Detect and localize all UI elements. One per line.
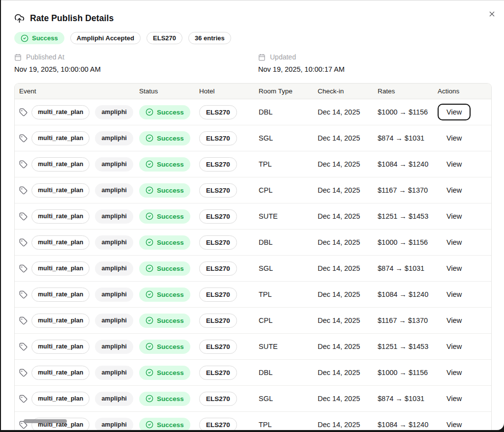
column-header-rates: Rates <box>373 87 433 95</box>
table-row: multi_rate_plan ampliphi Success ELS270 … <box>15 334 491 360</box>
rates-cell: $1167 → $1370 <box>373 186 433 194</box>
actions-cell: View <box>433 104 491 120</box>
view-button[interactable]: View <box>438 286 471 303</box>
column-header-status: Status <box>135 87 195 95</box>
event-type-pill: multi_rate_plan <box>31 183 89 198</box>
event-cell: multi_rate_plan ampliphi <box>15 183 135 198</box>
status-pill: Success <box>139 418 190 431</box>
horizontal-scrollbar-thumb[interactable] <box>24 419 67 423</box>
status-pill-label: Success <box>157 317 184 324</box>
check-in-cell: Dec 14, 2025 <box>313 421 373 429</box>
tag-icon <box>19 317 28 325</box>
view-button[interactable]: View <box>438 208 471 225</box>
actions-cell: View <box>433 260 491 277</box>
tag-icon <box>19 369 28 377</box>
event-source-pill: ampliphi <box>95 157 133 172</box>
room-type-cell: CPL <box>254 186 313 194</box>
close-icon <box>488 10 496 18</box>
view-button[interactable]: View <box>438 182 471 199</box>
view-button[interactable]: View <box>438 104 471 120</box>
view-button[interactable]: View <box>438 130 471 146</box>
published-at-label-row: Published At <box>14 53 258 61</box>
published-at-value: Nov 19, 2025, 10:00:00 AM <box>14 65 258 73</box>
rates-cell: $1000 → $1156 <box>373 238 433 246</box>
check-circle-icon <box>146 238 153 246</box>
view-button[interactable]: View <box>438 234 471 251</box>
status-pill: Success <box>139 105 190 119</box>
modal-title: Rate Publish Details <box>30 13 114 24</box>
check-circle-icon <box>146 369 153 376</box>
view-button[interactable]: View <box>438 312 471 329</box>
rates-cell: $874 → $1031 <box>373 264 433 272</box>
status-pill-label: Success <box>157 109 184 116</box>
hotel-cell: ELS270 <box>195 288 254 302</box>
check-circle-icon <box>146 317 153 324</box>
column-header-actions: Actions <box>433 87 491 95</box>
event-source-pill: ampliphi <box>95 235 133 250</box>
status-pill: Success <box>139 340 190 354</box>
actions-cell: View <box>433 234 491 251</box>
check-in-cell: Dec 14, 2025 <box>313 369 373 376</box>
status-pill-label: Success <box>157 343 184 350</box>
calendar-icon <box>14 54 22 61</box>
check-circle-icon <box>146 212 153 220</box>
published-at-block: Published At Nov 19, 2025, 10:00:00 AM <box>14 53 258 73</box>
check-circle-icon <box>146 186 153 194</box>
check-in-cell: Dec 14, 2025 <box>313 134 373 142</box>
status-cell: Success <box>135 392 195 406</box>
view-button[interactable]: View <box>438 260 471 277</box>
status-cell: Success <box>135 340 195 354</box>
hotel-cell: ELS270 <box>195 366 254 380</box>
check-circle-icon <box>146 343 153 350</box>
table-row: multi_rate_plan ampliphi Success ELS270 … <box>15 308 491 334</box>
status-pill: Success <box>139 288 190 302</box>
table-row: multi_rate_plan ampliphi Success ELS270 … <box>15 282 491 308</box>
view-button[interactable]: View <box>438 390 471 407</box>
status-pill-label: Success <box>157 369 184 376</box>
check-in-cell: Dec 14, 2025 <box>313 160 373 168</box>
table-row: multi_rate_plan ampliphi Success ELS270 … <box>15 99 491 125</box>
column-header-hotel: Hotel <box>195 87 254 95</box>
status-badge: Success <box>14 32 64 44</box>
status-cell: Success <box>135 418 195 431</box>
close-button[interactable] <box>485 7 498 20</box>
event-type-pill: multi_rate_plan <box>31 235 89 250</box>
check-circle-icon <box>146 264 153 272</box>
meta-section: Published At Nov 19, 2025, 10:00:00 AM U… <box>14 53 504 73</box>
check-circle-icon <box>146 160 153 168</box>
event-type-pill: multi_rate_plan <box>31 340 89 354</box>
status-pill: Success <box>139 261 190 276</box>
hotel-cell: ELS270 <box>195 131 254 145</box>
view-button[interactable]: View <box>438 156 471 173</box>
event-cell: multi_rate_plan ampliphi <box>15 366 135 380</box>
view-button[interactable]: View <box>438 416 471 430</box>
event-type-pill: multi_rate_plan <box>31 209 89 224</box>
rates-cell: $874 → $1031 <box>373 134 433 142</box>
hotel-cell: ELS270 <box>195 183 254 198</box>
cloud-upload-icon <box>14 13 25 24</box>
status-cell: Success <box>135 366 195 380</box>
event-source-pill: ampliphi <box>95 340 133 354</box>
check-in-cell: Dec 14, 2025 <box>313 395 373 403</box>
hotel-cell: ELS270 <box>195 157 254 172</box>
status-pill-label: Success <box>157 135 184 142</box>
view-button[interactable]: View <box>438 364 471 381</box>
event-source-pill: ampliphi <box>95 366 133 380</box>
view-button[interactable]: View <box>438 338 471 355</box>
room-type-cell: SGL <box>254 134 313 142</box>
status-cell: Success <box>135 261 195 276</box>
column-header-room-type: Room Type <box>254 87 313 95</box>
table-row: multi_rate_plan ampliphi Success ELS270 … <box>15 177 491 203</box>
column-header-check-in: Check-in <box>313 87 373 95</box>
badge-hotel-code: ELS270 <box>147 32 182 44</box>
status-pill-label: Success <box>157 291 184 298</box>
event-type-pill: multi_rate_plan <box>31 392 89 406</box>
status-badge-label: Success <box>32 34 58 42</box>
rates-cell: $1000 → $1156 <box>373 369 433 376</box>
event-cell: multi_rate_plan ampliphi <box>15 131 135 145</box>
table-body: multi_rate_plan ampliphi Success ELS270 … <box>15 99 491 430</box>
check-in-cell: Dec 14, 2025 <box>313 212 373 220</box>
tag-icon <box>19 134 28 143</box>
hotel-pill: ELS270 <box>199 392 237 406</box>
event-cell: multi_rate_plan ampliphi <box>15 288 135 302</box>
